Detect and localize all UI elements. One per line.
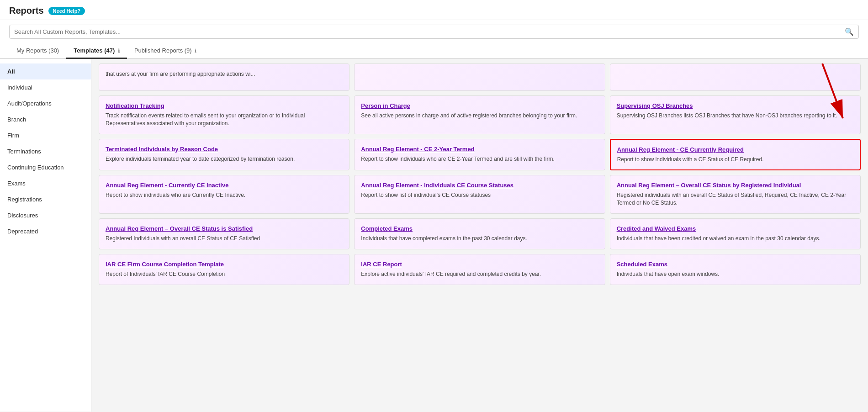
search-icon-button[interactable]: 🔍 xyxy=(845,27,854,36)
tab-templates[interactable]: Templates (47) ℹ xyxy=(66,43,127,59)
sidebar-item-branch[interactable]: Branch xyxy=(0,111,91,127)
card-title-terminated-individuals[interactable]: Terminated Individuals by Reason Code xyxy=(106,146,343,153)
cards-grid: that users at your firm are performing a… xyxy=(99,63,861,285)
card-iar-ce-firm[interactable]: IAR CE Firm Course Completion Template R… xyxy=(99,254,349,285)
card-desc-completed-exams: Individuals that have completed exams in… xyxy=(361,235,527,242)
card-title-ce-inactive[interactable]: Annual Reg Element - Currently CE Inacti… xyxy=(106,182,343,189)
card-desc-overall-ce-satisfied: Registered Individuals with an overall C… xyxy=(106,235,260,242)
card-title-credited-waived-exams[interactable]: Credited and Waived Exams xyxy=(617,225,854,232)
card-desc-iar-ce-firm: Report of Individuals' IAR CE Course Com… xyxy=(106,271,225,277)
sidebar-item-exams[interactable]: Exams xyxy=(0,175,91,191)
card-notification-tracking[interactable]: Notification Tracking Track notification… xyxy=(99,95,349,134)
sidebar-item-registrations[interactable]: Registrations xyxy=(0,191,91,207)
card-title-supervising-osj[interactable]: Supervising OSJ Branches xyxy=(617,102,854,109)
sidebar-item-deprecated[interactable]: Deprecated xyxy=(0,223,91,239)
card-desc-person-in-charge: See all active persons in charge and of … xyxy=(361,112,577,119)
search-bar-row: 🔍 xyxy=(0,20,868,43)
card-desc-terminated-individuals: Explore individuals terminated year to d… xyxy=(106,156,295,162)
card-desc-iar-ce-report: Explore active individuals' IAR CE requi… xyxy=(361,271,541,277)
card-completed-exams[interactable]: Completed Exams Individuals that have co… xyxy=(354,218,605,249)
card-ce-course-statuses[interactable]: Annual Reg Element - Individuals CE Cour… xyxy=(354,175,605,214)
sidebar-item-disclosures[interactable]: Disclosures xyxy=(0,207,91,223)
sidebar-item-all[interactable]: All xyxy=(0,63,91,79)
card-desc-credited-waived-exams: Individuals that have been credited or w… xyxy=(617,235,820,242)
card-title-ce-currently-required[interactable]: Annual Reg Element - CE Currently Requir… xyxy=(617,146,853,153)
card-truncated-2[interactable] xyxy=(610,63,861,91)
card-credited-waived-exams[interactable]: Credited and Waived Exams Individuals th… xyxy=(610,218,861,249)
card-title-iar-ce-firm[interactable]: IAR CE Firm Course Completion Template xyxy=(106,261,343,268)
content-area: that users at your firm are performing a… xyxy=(91,59,868,412)
card-title-notification-tracking[interactable]: Notification Tracking xyxy=(106,102,343,109)
card-desc-ce-inactive: Report to show individuals who are Curre… xyxy=(106,192,245,198)
sidebar-item-individual[interactable]: Individual xyxy=(0,79,91,95)
card-overall-ce-satisfied[interactable]: Annual Reg Element – Overall CE Status i… xyxy=(99,218,349,249)
card-scheduled-exams[interactable]: Scheduled Exams Individuals that have op… xyxy=(610,254,861,285)
sidebar-item-terminations[interactable]: Terminations xyxy=(0,143,91,159)
card-title-completed-exams[interactable]: Completed Exams xyxy=(361,225,598,232)
page-header: Reports Need Help? xyxy=(0,0,868,20)
card-title-overall-ce-status-registered[interactable]: Annual Reg Element – Overall CE Status b… xyxy=(617,182,854,189)
card-desc-ce-currently-required: Report to show individuals with a CE Sta… xyxy=(617,156,764,163)
search-input[interactable] xyxy=(14,28,845,35)
card-desc-notification-tracking: Track notification events related to ema… xyxy=(106,112,305,127)
tab-published-reports[interactable]: Published Reports (9) ℹ xyxy=(127,43,204,59)
card-desc-ce-course-statuses: Report to show list of individual's CE C… xyxy=(361,192,491,198)
card-title-overall-ce-satisfied[interactable]: Annual Reg Element – Overall CE Status i… xyxy=(106,225,343,232)
card-title-iar-ce-report[interactable]: IAR CE Report xyxy=(361,261,598,268)
sidebar-item-audit-operations[interactable]: Audit/Operations xyxy=(0,95,91,111)
card-supervising-osj[interactable]: Supervising OSJ Branches Supervising OSJ… xyxy=(610,95,861,134)
sidebar-item-firm[interactable]: Firm xyxy=(0,127,91,143)
card-truncated-1[interactable] xyxy=(354,63,605,91)
card-truncated-0[interactable]: that users at your firm are performing a… xyxy=(99,63,349,91)
card-desc-supervising-osj: Supervising OSJ Branches lists OSJ Branc… xyxy=(617,112,837,119)
card-person-in-charge[interactable]: Person in Charge See all active persons … xyxy=(354,95,605,134)
card-overall-ce-status-registered[interactable]: Annual Reg Element – Overall CE Status b… xyxy=(610,175,861,214)
need-help-button[interactable]: Need Help? xyxy=(48,7,85,15)
card-title-ce-2year-termed[interactable]: Annual Reg Element - CE 2-Year Termed xyxy=(361,146,598,153)
card-iar-ce-report[interactable]: IAR CE Report Explore active individuals… xyxy=(354,254,605,285)
card-ce-currently-required[interactable]: Annual Reg Element - CE Currently Requir… xyxy=(610,139,861,171)
sidebar-item-continuing-education[interactable]: Continuing Education xyxy=(0,159,91,175)
card-ce-inactive[interactable]: Annual Reg Element - Currently CE Inacti… xyxy=(99,175,349,214)
card-desc-ce-2year-termed: Report to show individuals who are CE 2-… xyxy=(361,156,555,162)
sidebar: All Individual Audit/Operations Branch F… xyxy=(0,59,91,412)
main-container: All Individual Audit/Operations Branch F… xyxy=(0,59,868,412)
tab-my-reports[interactable]: My Reports (30) xyxy=(9,43,66,59)
page-title: Reports xyxy=(9,5,44,16)
card-desc-scheduled-exams: Individuals that have open exam windows. xyxy=(617,271,720,277)
search-bar: 🔍 xyxy=(9,25,859,39)
tab-published-info: ℹ xyxy=(195,48,196,53)
card-terminated-individuals[interactable]: Terminated Individuals by Reason Code Ex… xyxy=(99,139,349,171)
tab-templates-info: ℹ xyxy=(118,48,120,53)
card-title-scheduled-exams[interactable]: Scheduled Exams xyxy=(617,261,854,268)
card-desc-overall-ce-status-registered: Registered individuals with an overall C… xyxy=(617,192,846,206)
card-title-ce-course-statuses[interactable]: Annual Reg Element - Individuals CE Cour… xyxy=(361,182,598,189)
tabs-row: My Reports (30) Templates (47) ℹ Publish… xyxy=(0,43,868,59)
card-title-person-in-charge[interactable]: Person in Charge xyxy=(361,102,598,109)
card-ce-2year-termed[interactable]: Annual Reg Element - CE 2-Year Termed Re… xyxy=(354,139,605,171)
